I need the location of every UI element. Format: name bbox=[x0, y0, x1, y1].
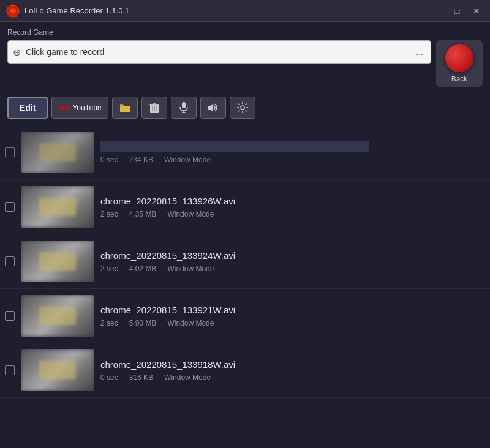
back-label: Back bbox=[451, 75, 468, 83]
file-size: 4.02 MB bbox=[129, 264, 157, 273]
app-title: LoiLo Game Recorder 1.1.0.1 bbox=[24, 6, 430, 15]
file-thumbnail bbox=[21, 349, 94, 391]
record-game-label: Record Game bbox=[7, 28, 483, 37]
file-size: 234 KB bbox=[129, 155, 153, 164]
file-size: 316 KB bbox=[129, 373, 153, 382]
file-info: 0 sec 234 KB Window Mode bbox=[100, 141, 484, 164]
window-controls: — □ ✕ bbox=[430, 4, 484, 18]
folder-icon bbox=[119, 103, 130, 113]
file-meta: 2 sec 4.02 MB Window Mode bbox=[100, 264, 484, 273]
title-bar: LoiLo Game Recorder 1.1.0.1 — □ ✕ bbox=[0, 0, 490, 22]
file-duration: 0 sec bbox=[100, 155, 118, 164]
microphone-icon bbox=[179, 102, 188, 113]
file-meta: 0 sec 316 KB Window Mode bbox=[100, 373, 484, 382]
list-item[interactable]: 0 sec 234 KB Window Mode bbox=[0, 125, 490, 180]
youtube-button[interactable]: You YouTube bbox=[51, 97, 108, 119]
game-selector[interactable]: ⊕ Click game to record ... bbox=[7, 40, 431, 64]
file-duration: 0 sec bbox=[100, 373, 118, 382]
close-button[interactable]: ✕ bbox=[469, 4, 484, 18]
list-item[interactable]: chrome_20220815_133926W.avi 2 sec 4.35 M… bbox=[0, 180, 490, 234]
more-options-button[interactable]: ... bbox=[413, 47, 426, 57]
top-panel: Record Game ⊕ Click game to record ... B… bbox=[0, 22, 490, 93]
file-name: chrome_20220815_133924W.avi bbox=[100, 250, 484, 261]
svg-rect-8 bbox=[182, 102, 186, 108]
app-logo bbox=[6, 4, 20, 18]
file-duration: 2 sec bbox=[100, 264, 118, 273]
file-info: chrome_20220815_133921W.avi 2 sec 5.90 M… bbox=[100, 305, 484, 327]
youtube-label: YouTube bbox=[72, 103, 101, 112]
file-checkbox[interactable] bbox=[5, 311, 15, 321]
trash-icon bbox=[149, 102, 159, 113]
file-list-wrap: 0 sec 234 KB Window Mode chrome_20220815… bbox=[0, 125, 490, 448]
file-thumbnail bbox=[21, 132, 94, 173]
file-size: 5.90 MB bbox=[129, 319, 157, 327]
record-back-button[interactable]: Back bbox=[436, 40, 483, 87]
file-name: chrome_20220815_133926W.avi bbox=[100, 196, 484, 206]
minimize-button[interactable]: — bbox=[430, 4, 445, 18]
gear-icon bbox=[237, 102, 248, 113]
top-row: ⊕ Click game to record ... Back bbox=[7, 40, 483, 87]
file-meta: 2 sec 4.35 MB Window Mode bbox=[100, 210, 484, 218]
file-mode: Window Mode bbox=[167, 319, 214, 327]
volume-button[interactable] bbox=[200, 97, 226, 119]
file-checkbox[interactable] bbox=[5, 256, 15, 266]
list-item[interactable]: chrome_20220815_133921W.avi 2 sec 5.90 M… bbox=[0, 289, 490, 343]
svg-marker-11 bbox=[208, 104, 213, 111]
maximize-button[interactable]: □ bbox=[450, 4, 464, 18]
main-content: Record Game ⊕ Click game to record ... B… bbox=[0, 22, 490, 448]
file-thumbnail bbox=[21, 186, 94, 228]
record-indicator bbox=[445, 44, 473, 72]
list-item[interactable]: chrome_20220815_133924W.avi 2 sec 4.02 M… bbox=[0, 234, 490, 289]
delete-button[interactable] bbox=[141, 97, 167, 119]
volume-icon bbox=[208, 103, 219, 113]
svg-point-12 bbox=[241, 106, 244, 110]
file-info: chrome_20220815_133918W.avi 0 sec 316 KB… bbox=[100, 359, 484, 382]
file-name: chrome_20220815_133918W.avi bbox=[100, 359, 484, 370]
file-mode: Window Mode bbox=[164, 155, 211, 164]
file-info: chrome_20220815_133926W.avi 2 sec 4.35 M… bbox=[100, 196, 484, 218]
edit-button[interactable]: Edit bbox=[7, 97, 48, 119]
file-mode: Window Mode bbox=[167, 210, 214, 218]
file-meta: 2 sec 5.90 MB Window Mode bbox=[100, 319, 484, 327]
folder-button[interactable] bbox=[112, 97, 138, 119]
file-duration: 2 sec bbox=[100, 210, 118, 218]
file-name: chrome_20220815_133921W.avi bbox=[100, 305, 484, 315]
game-selector-text: Click game to record bbox=[26, 47, 409, 57]
file-checkbox[interactable] bbox=[5, 147, 15, 157]
list-item[interactable]: chrome_20220815_133918W.avi 0 sec 316 KB… bbox=[0, 343, 490, 398]
file-mode: Window Mode bbox=[167, 264, 214, 273]
crosshair-icon: ⊕ bbox=[13, 47, 21, 58]
file-name bbox=[100, 141, 369, 152]
file-thumbnail bbox=[21, 241, 94, 282]
file-checkbox[interactable] bbox=[5, 202, 15, 212]
toolbar: Edit You YouTube bbox=[0, 93, 490, 125]
file-list: 0 sec 234 KB Window Mode chrome_20220815… bbox=[0, 125, 490, 448]
file-info: chrome_20220815_133924W.avi 2 sec 4.02 M… bbox=[100, 250, 484, 273]
svg-rect-4 bbox=[149, 104, 159, 105]
settings-button[interactable] bbox=[230, 97, 255, 119]
file-thumbnail bbox=[21, 295, 94, 337]
file-checkbox[interactable] bbox=[5, 365, 15, 375]
file-duration: 2 sec bbox=[100, 319, 118, 327]
file-size: 4.35 MB bbox=[129, 210, 157, 218]
youtube-logo: You bbox=[58, 104, 70, 111]
file-meta: 0 sec 234 KB Window Mode bbox=[100, 155, 484, 164]
file-mode: Window Mode bbox=[164, 373, 211, 382]
microphone-button[interactable] bbox=[171, 97, 197, 119]
